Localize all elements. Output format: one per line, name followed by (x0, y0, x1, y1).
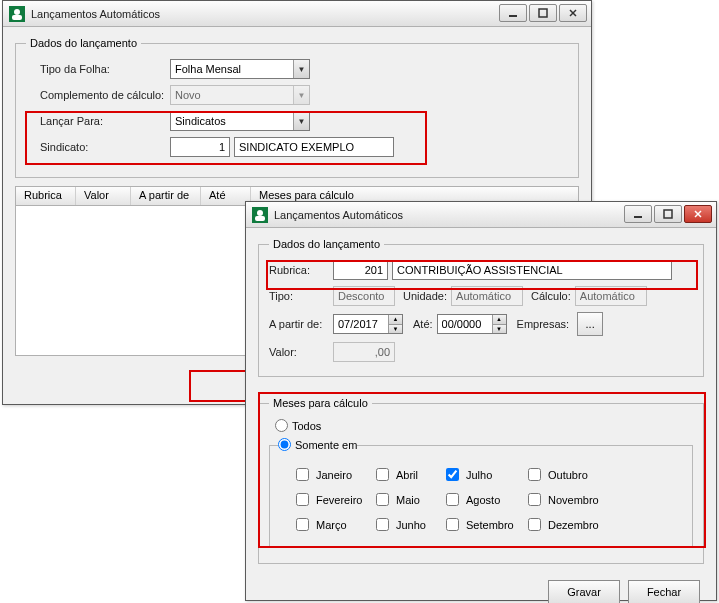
spin-up-icon[interactable]: ▲ (388, 315, 402, 325)
tipo-folha-input[interactable] (170, 59, 310, 79)
col-ate: Até (201, 187, 251, 205)
somente-em-group: Somente em Janeiro Abril Julho Outubro F… (269, 438, 693, 547)
app-icon (252, 207, 268, 223)
lancar-para-combo[interactable]: ▼ (170, 111, 310, 131)
spin-down-icon[interactable]: ▼ (388, 325, 402, 334)
svg-rect-11 (664, 210, 672, 218)
svg-rect-9 (255, 216, 265, 221)
complemento-label: Complemento de cálculo: (26, 89, 166, 101)
client-area-2: Dados do lançamento Rubrica: Tipo: Unida… (246, 228, 716, 603)
svg-point-8 (257, 210, 263, 216)
svg-rect-3 (509, 15, 517, 17)
chk-marco[interactable]: Março (292, 515, 372, 534)
col-valor: Valor (76, 187, 131, 205)
svg-rect-4 (539, 9, 547, 17)
sindicato-code-input[interactable] (170, 137, 230, 157)
fechar-button[interactable]: Fechar (628, 580, 700, 603)
gravar-button[interactable]: Gravar (548, 580, 620, 603)
rubrica-code-input[interactable] (333, 260, 388, 280)
chevron-down-icon: ▼ (293, 86, 309, 104)
chk-outubro[interactable]: Outubro (524, 465, 606, 484)
ate-label: Até: (413, 318, 433, 330)
dados-lancamento-group-2: Dados do lançamento Rubrica: Tipo: Unida… (258, 238, 704, 377)
complemento-input (170, 85, 310, 105)
spin-up-icon[interactable]: ▲ (492, 315, 506, 325)
chk-abril[interactable]: Abril (372, 465, 442, 484)
svg-rect-10 (634, 216, 642, 218)
chk-julho[interactable]: Julho (442, 465, 524, 484)
valor-input (333, 342, 395, 362)
meses-calculo-group: Meses para cálculo Todos Somente em Jane… (258, 397, 704, 564)
svg-point-1 (14, 9, 20, 15)
radio-todos[interactable]: Todos (275, 419, 321, 432)
close-button-2[interactable] (684, 205, 712, 223)
titlebar-2: Lançamentos Automáticos (246, 202, 716, 228)
col-apartir: A partir de (131, 187, 201, 205)
empresas-label: Empresas: (517, 318, 570, 330)
chk-dezembro[interactable]: Dezembro (524, 515, 606, 534)
calculo-label: Cálculo: (531, 290, 571, 302)
sindicato-label: Sindicato: (26, 141, 166, 153)
apartir-spinner[interactable]: ▲▼ (333, 314, 403, 334)
tipo-label: Tipo: (269, 290, 329, 302)
svg-rect-2 (12, 15, 22, 20)
chk-novembro[interactable]: Novembro (524, 490, 606, 509)
close-button-1[interactable] (559, 4, 587, 22)
tipo-folha-combo[interactable]: ▼ (170, 59, 310, 79)
chk-janeiro[interactable]: Janeiro (292, 465, 372, 484)
meses-group-legend: Meses para cálculo (269, 397, 372, 409)
tipo-value (333, 286, 395, 306)
chevron-down-icon[interactable]: ▼ (293, 60, 309, 78)
titlebar-1: Lançamentos Automáticos (3, 1, 591, 27)
rubrica-label: Rubrica: (269, 264, 329, 276)
minimize-button-2[interactable] (624, 205, 652, 223)
group-legend-1: Dados do lançamento (26, 37, 141, 49)
group-legend-2: Dados do lançamento (269, 238, 384, 250)
chk-fevereiro[interactable]: Fevereiro (292, 490, 372, 509)
ate-spinner[interactable]: ▲▼ (437, 314, 507, 334)
chk-junho[interactable]: Junho (372, 515, 442, 534)
complemento-combo: ▼ (170, 85, 310, 105)
maximize-button-2[interactable] (654, 205, 682, 223)
rubrica-name-input[interactable] (392, 260, 672, 280)
calculo-value (575, 286, 647, 306)
unidade-label: Unidade: (403, 290, 447, 302)
col-rubrica: Rubrica (16, 187, 76, 205)
chk-setembro[interactable]: Setembro (442, 515, 524, 534)
lancar-para-label: Lançar Para: (26, 115, 166, 127)
empresas-button[interactable]: ... (577, 312, 603, 336)
maximize-button-1[interactable] (529, 4, 557, 22)
dados-lancamento-group-1: Dados do lançamento Tipo da Folha: ▼ Com… (15, 37, 579, 178)
unidade-value (451, 286, 523, 306)
tipo-folha-label: Tipo da Folha: (26, 63, 166, 75)
sindicato-name-input[interactable] (234, 137, 394, 157)
spin-down-icon[interactable]: ▼ (492, 325, 506, 334)
lancar-para-input[interactable] (170, 111, 310, 131)
chk-agosto[interactable]: Agosto (442, 490, 524, 509)
minimize-button-1[interactable] (499, 4, 527, 22)
window-lancamentos-front: Lançamentos Automáticos Dados do lançame… (245, 201, 717, 601)
apartir-label: A partir de: (269, 318, 329, 330)
valor-label: Valor: (269, 346, 329, 358)
radio-somente[interactable]: Somente em (278, 438, 357, 451)
app-icon (9, 6, 25, 22)
chk-maio[interactable]: Maio (372, 490, 442, 509)
chevron-down-icon[interactable]: ▼ (293, 112, 309, 130)
